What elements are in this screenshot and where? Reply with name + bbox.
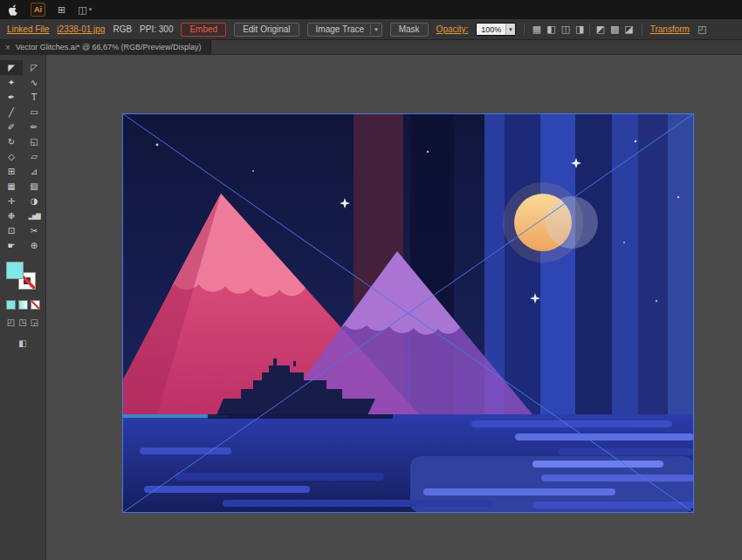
document-title: Vector Glitches.ai* @ 66,67% (RGB/Previe… [16,43,202,51]
document-tab-bar: × Vector Glitches.ai* @ 66,67% (RGB/Prev… [0,40,742,55]
vertical-align-bottom-icon[interactable]: ◪ [624,24,633,35]
linked-file-link[interactable]: Linked File [7,24,49,34]
draw-mode-row: ◰ ◳ ◲ [7,318,38,327]
illustrator-window: Ai ⊞ ◫ ▾ Linked File i2338-01.jpg RGB PP… [0,0,742,560]
opacity-link[interactable]: Opacity: [436,24,469,34]
document-tab[interactable]: × Vector Glitches.ai* @ 66,67% (RGB/Prev… [0,40,211,54]
layout-grid-icon: ◫ [78,4,86,16]
vertical-align-top-icon[interactable]: ◩ [595,24,604,35]
line-segment-tool[interactable]: ╱ [0,105,23,120]
color-button[interactable] [6,300,16,310]
paintbrush-tool[interactable]: ✐ [0,120,23,134]
horizontal-align-right-icon[interactable]: ◨ [575,24,584,35]
eyedropper-tool[interactable]: ✛ [0,194,23,208]
draw-normal-icon[interactable]: ◰ [7,318,15,327]
zoom-tool[interactable]: ⊕ [23,238,45,253]
separator [642,24,642,36]
vertical-align-center-icon[interactable]: ▩ [610,24,619,35]
rectangle-tool[interactable]: ▭ [23,105,45,120]
artboard-tool[interactable]: ⊡ [0,223,23,238]
scale-tool[interactable]: ◱ [23,134,45,149]
main-area: ◤ ◸ ✦ ∿ ✒ T ╱ ▭ ✐ ✏ ↻ ◱ ◇ ▱ ⊞ ⊿ ▦ ▧ ✛ ◑ [0,55,742,560]
lasso-tool[interactable]: ∿ [23,75,45,90]
column-graph-tool[interactable]: ▂▅▇ [23,208,45,223]
rotate-tool[interactable]: ↻ [0,134,23,149]
placed-image-artwork[interactable] [122,113,694,513]
horizontal-align-left-icon[interactable]: ◧ [546,24,555,35]
image-trace-label: Image Trace [316,24,365,35]
symbol-sprayer-tool[interactable]: ❉ [0,208,23,223]
mask-button[interactable]: Mask [390,23,429,37]
selection-tool[interactable]: ◤ [0,60,23,75]
workspace-layout-icon[interactable]: ◫ ▾ [78,4,92,16]
magic-wand-tool[interactable]: ✦ [0,75,23,90]
opacity-dropdown[interactable]: 100% ▾ [476,23,516,36]
fill-stroke-indicator [5,262,40,293]
caret-down-icon[interactable]: ▾ [370,24,381,35]
transform-link[interactable]: Transform [650,24,690,34]
screen-mode-icon[interactable]: ◧ [18,338,26,348]
gradient-button[interactable] [18,300,28,310]
image-trace-button[interactable]: Image Trace ▾ [307,23,382,37]
slice-tool[interactable]: ✂ [23,223,45,238]
pen-tool[interactable]: ✒ [0,90,23,105]
gradient-tool[interactable]: ▧ [23,179,45,194]
width-tool[interactable]: ◇ [0,149,23,164]
none-button[interactable] [31,300,40,310]
close-tab-icon[interactable]: × [5,43,10,52]
canvas-area[interactable] [46,55,742,560]
draw-inside-icon[interactable]: ◲ [31,318,38,327]
perspective-grid-tool[interactable]: ⊿ [23,164,45,179]
illustrator-app-icon[interactable]: Ai [31,3,45,17]
align-icon-group: ▦ ◧ ◫ ◨ ◩ ▩ ◪ [532,24,634,36]
filename-link[interactable]: i2338-01.jpg [57,24,105,34]
align-panel-icon[interactable]: ▦ [532,24,541,35]
pencil-tool[interactable]: ✏ [23,120,45,134]
separator [589,24,590,36]
fill-swatch[interactable] [6,262,24,279]
embed-button[interactable]: Embed [181,23,226,37]
caret-down-icon: ▾ [505,24,515,35]
color-mode-row [6,300,40,310]
blend-tool[interactable]: ◑ [23,194,45,208]
apple-menu-icon[interactable] [9,4,18,16]
color-mode-label: RGB [113,24,132,34]
edit-original-button[interactable]: Edit Original [234,23,299,37]
direct-selection-tool[interactable]: ◸ [23,60,45,75]
opacity-value: 100% [481,25,501,34]
hand-tool[interactable]: ☛ [0,238,23,253]
menubar: Ai ⊞ ◫ ▾ [0,0,742,19]
tools-panel: ◤ ◸ ✦ ∿ ✒ T ╱ ▭ ✐ ✏ ↻ ◱ ◇ ▱ ⊞ ⊿ ▦ ▧ ✛ ◑ [0,55,46,560]
horizontal-align-center-icon[interactable]: ◫ [561,24,570,35]
type-tool[interactable]: T [23,90,45,105]
bridge-icon[interactable]: ⊞ [58,4,65,16]
draw-behind-icon[interactable]: ◳ [18,318,26,327]
ppi-label: PPI: 300 [140,24,173,34]
control-panel: Linked File i2338-01.jpg RGB PPI: 300 Em… [0,19,742,40]
free-transform-icon[interactable]: ◰ [697,24,706,35]
mesh-tool[interactable]: ▦ [0,179,23,194]
screen-mode-row: ◧ [18,334,26,350]
free-transform-tool[interactable]: ▱ [23,149,45,164]
shape-builder-tool[interactable]: ⊞ [0,164,23,179]
caret-down-icon: ▾ [89,6,93,13]
separator [524,24,525,36]
tools-grid: ◤ ◸ ✦ ∿ ✒ T ╱ ▭ ✐ ✏ ↻ ◱ ◇ ▱ ⊞ ⊿ ▦ ▧ ✛ ◑ [0,60,45,253]
